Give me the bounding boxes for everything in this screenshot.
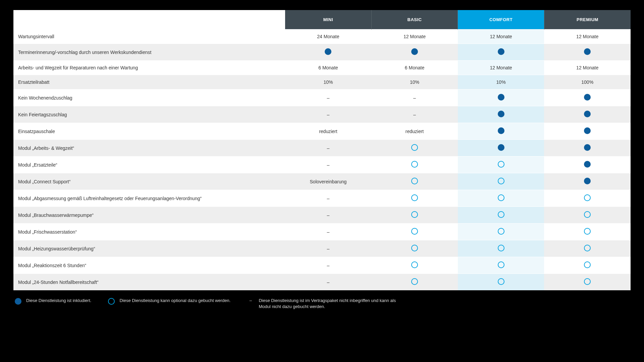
dot-outline-icon [584, 261, 591, 268]
feature-cell: 12 Monate [371, 29, 458, 44]
feature-cell [544, 207, 631, 224]
dot-outline-icon [411, 245, 418, 251]
dot-outline-icon [498, 178, 504, 184]
table-row: Modul „Brauchwasserwärmepumpe“– [13, 207, 631, 224]
table-row: Ersatzteilrabatt10%10%10%100% [13, 75, 631, 89]
feature-cell: – [285, 240, 372, 257]
dash-icon: – [247, 298, 254, 303]
legend-excluded: – Diese Dienstleistung ist im Vertragspa… [247, 298, 401, 310]
table-row: Modul „24-Stunden Notfallbereitschaft“– [13, 274, 631, 291]
feature-cell [544, 140, 631, 157]
dash-icon: – [327, 145, 329, 151]
dot-outline-icon [411, 161, 418, 168]
dot-filled-icon [584, 144, 591, 151]
feature-cell [371, 274, 458, 291]
feature-cell [458, 257, 544, 274]
dot-outline-icon [498, 228, 504, 235]
dash-icon: – [327, 196, 329, 201]
plan-header: MINI [285, 10, 372, 29]
feature-cell [371, 224, 458, 240]
feature-cell [544, 106, 631, 123]
dash-icon: – [413, 112, 416, 117]
dot-filled-icon [584, 127, 591, 134]
feature-cell: Solovereinbarung [285, 173, 372, 190]
dot-outline-icon [498, 261, 504, 268]
dash-icon: – [327, 162, 329, 168]
dash-icon: – [327, 95, 329, 101]
feature-cell [544, 274, 631, 291]
table-row: Modul „Heizungswasserüberprüfung“– [13, 240, 631, 257]
feature-cell [371, 173, 458, 190]
dot-filled-icon [15, 298, 21, 305]
legend: Diese Dienstleistung ist inkludiert. Die… [13, 290, 631, 310]
feature-cell [371, 190, 458, 207]
dot-outline-icon [411, 211, 418, 218]
feature-cell: – [285, 157, 372, 173]
feature-cell [544, 224, 631, 240]
dot-outline-icon [584, 211, 591, 218]
feature-cell [458, 173, 544, 190]
dot-filled-icon [498, 111, 504, 117]
legend-optional: Diese Dienstleistung kann optional dazu … [108, 298, 230, 305]
comparison-table: MINIBASICCOMFORTPREMIUM Wartungsinterval… [13, 10, 631, 290]
plan-header: COMFORT [458, 10, 544, 29]
feature-cell [458, 274, 544, 291]
feature-cell: 12 Monate [544, 29, 631, 44]
dot-filled-icon [584, 94, 591, 101]
dash-icon: – [327, 213, 329, 218]
table-header-blank [13, 10, 285, 29]
feature-label: Modul „24-Stunden Notfallbereitschaft“ [13, 274, 285, 291]
dot-outline-icon [584, 245, 591, 251]
plan-header: PREMIUM [544, 10, 631, 29]
feature-cell [544, 123, 631, 140]
dot-outline-icon [411, 144, 418, 151]
dot-filled-icon [325, 48, 331, 55]
table-head: MINIBASICCOMFORTPREMIUM [13, 10, 631, 29]
feature-cell: – [285, 274, 372, 291]
feature-cell: 100% [544, 75, 631, 89]
table-row: Kein Feiertagszuschlag–– [13, 106, 631, 123]
dot-outline-icon [411, 178, 418, 184]
feature-cell: 6 Monate [285, 61, 372, 75]
feature-label: Modul „Connect Support“ [13, 173, 285, 190]
dot-outline-icon [498, 245, 504, 251]
dash-icon: – [413, 95, 416, 101]
feature-cell: reduziert [371, 123, 458, 140]
feature-cell: – [371, 89, 458, 106]
dot-outline-icon [584, 278, 591, 285]
table-row: Terminerinnerung/-vorschlag durch unsere… [13, 44, 631, 61]
dot-outline-icon [498, 161, 504, 168]
dash-icon: – [327, 246, 329, 251]
feature-cell: 10% [285, 75, 372, 89]
feature-cell: – [285, 140, 372, 157]
feature-cell [458, 190, 544, 207]
plan-header: BASIC [371, 10, 458, 29]
feature-cell: – [285, 106, 372, 123]
feature-label: Modul „Arbeits- & Wegzeit“ [13, 140, 285, 157]
legend-included-text: Diese Dienstleistung ist inkludiert. [26, 298, 91, 304]
dash-icon: – [327, 229, 329, 235]
feature-cell [458, 240, 544, 257]
feature-label: Modul „Brauchwasserwärmepumpe“ [13, 207, 285, 224]
feature-cell: – [285, 257, 372, 274]
feature-cell [371, 140, 458, 157]
dot-outline-icon [498, 278, 504, 285]
table-row: Arbeits- und Wegzeit für Reparaturen nac… [13, 61, 631, 75]
feature-label: Modul „Ersatzteile“ [13, 157, 285, 173]
table-row: Modul „Reaktionszeit 6 Stunden“– [13, 257, 631, 274]
feature-cell [544, 257, 631, 274]
dot-filled-icon [584, 48, 591, 55]
feature-cell [544, 173, 631, 190]
feature-cell [458, 207, 544, 224]
feature-label: Arbeits- und Wegzeit für Reparaturen nac… [13, 61, 285, 75]
feature-cell [544, 44, 631, 61]
table-row: Einsatzpauschalereduziertreduziert [13, 123, 631, 140]
feature-cell [458, 157, 544, 173]
feature-cell [458, 89, 544, 106]
feature-cell: – [285, 89, 372, 106]
dot-filled-icon [498, 94, 504, 101]
dot-outline-icon [108, 298, 115, 305]
dot-filled-icon [584, 111, 591, 117]
dot-filled-icon [498, 127, 504, 134]
feature-cell [371, 207, 458, 224]
